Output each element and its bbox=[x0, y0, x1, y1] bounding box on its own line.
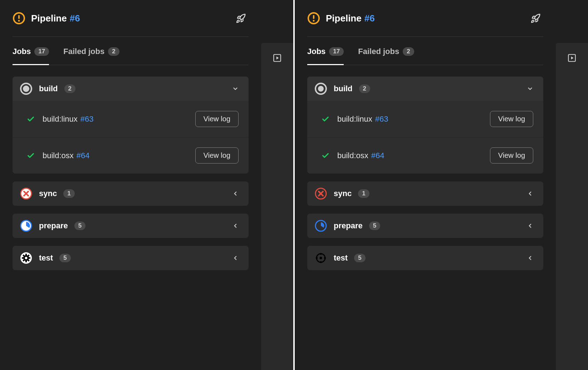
view-log-button[interactable]: View log bbox=[490, 147, 533, 164]
stage-build: build 2 build:linux #63 bbox=[13, 77, 249, 174]
stage-sync: sync 1 bbox=[307, 181, 543, 206]
view-log-button[interactable]: View log bbox=[195, 147, 239, 164]
expand-side-button[interactable] bbox=[272, 53, 282, 63]
stage-test-count: 5 bbox=[59, 254, 70, 262]
job-name: build:osx #64 bbox=[337, 151, 384, 160]
job-number[interactable]: #64 bbox=[77, 151, 90, 160]
svg-rect-30 bbox=[320, 253, 322, 255]
svg-rect-10 bbox=[25, 254, 27, 255]
stage-sync-count: 1 bbox=[63, 189, 74, 198]
chevron-left-icon bbox=[527, 255, 536, 261]
svg-point-4 bbox=[23, 86, 29, 92]
stages-list: build 2 build:linux #63 bbox=[307, 77, 543, 270]
svg-rect-11 bbox=[25, 261, 27, 262]
check-icon bbox=[27, 152, 35, 160]
svg-rect-1 bbox=[18, 15, 20, 19]
chevron-left-icon bbox=[232, 223, 241, 229]
pipeline-title-label: Pipeline bbox=[31, 13, 67, 24]
tabs-bar: Jobs 17 Failed jobs 2 bbox=[13, 37, 249, 65]
pipeline-title: Pipeline #6 bbox=[326, 13, 375, 24]
pipeline-header: Pipeline #6 bbox=[307, 11, 543, 36]
stage-build-header[interactable]: build 2 bbox=[13, 77, 249, 101]
job-row[interactable]: build:linux #63 View log bbox=[13, 101, 249, 137]
warning-icon bbox=[13, 12, 25, 25]
running-icon bbox=[314, 219, 327, 232]
stage-sync-name: sync bbox=[39, 189, 57, 198]
job-name: build:linux #63 bbox=[43, 115, 94, 124]
svg-rect-32 bbox=[316, 257, 318, 259]
tab-jobs-label: Jobs bbox=[307, 47, 325, 56]
pipeline-title-label: Pipeline bbox=[326, 13, 362, 24]
rocket-button[interactable] bbox=[234, 11, 249, 26]
stage-build-jobs: build:linux #63 View log build:osx #64 bbox=[13, 101, 249, 174]
stage-test: test 5 bbox=[13, 246, 249, 270]
panel-left: Pipeline #6 Jobs 17 Failed jobs bbox=[0, 0, 293, 370]
svg-point-22 bbox=[313, 20, 315, 22]
svg-rect-13 bbox=[29, 257, 30, 259]
check-icon bbox=[322, 115, 329, 123]
view-log-button[interactable]: View log bbox=[490, 111, 533, 127]
job-number[interactable]: #63 bbox=[80, 115, 94, 124]
job-row[interactable]: build:linux #63 View log bbox=[307, 101, 543, 137]
stage-sync-header[interactable]: sync 1 bbox=[307, 181, 543, 206]
pipeline-title-number[interactable]: #6 bbox=[70, 13, 80, 24]
stage-test-count: 5 bbox=[354, 254, 365, 262]
chevron-left-icon bbox=[527, 223, 536, 229]
job-name-text: build:linux bbox=[43, 115, 78, 124]
rocket-button[interactable] bbox=[528, 11, 543, 26]
stage-prepare-name: prepare bbox=[39, 221, 68, 230]
job-row[interactable]: build:osx #64 View log bbox=[13, 137, 249, 174]
stage-build-count: 2 bbox=[64, 84, 75, 93]
tab-jobs-count: 17 bbox=[34, 47, 49, 56]
tab-jobs[interactable]: Jobs 17 bbox=[13, 47, 49, 65]
job-name-text: build:osx bbox=[43, 151, 74, 160]
pipeline-title: Pipeline #6 bbox=[31, 13, 80, 24]
stage-prepare-count: 5 bbox=[369, 221, 380, 230]
job-name: build:linux #63 bbox=[337, 115, 388, 124]
pipeline-header: Pipeline #6 bbox=[13, 11, 249, 36]
expand-side-button[interactable] bbox=[567, 53, 577, 63]
svg-point-24 bbox=[318, 86, 324, 92]
panel-right-side bbox=[556, 43, 588, 370]
tab-jobs[interactable]: Jobs 17 bbox=[307, 47, 344, 65]
job-name-text: build:osx bbox=[337, 151, 368, 160]
svg-point-9 bbox=[25, 257, 28, 259]
chevron-down-icon bbox=[527, 86, 536, 92]
chevron-left-icon bbox=[527, 190, 536, 197]
stage-build-name: build bbox=[39, 84, 58, 93]
tabs-bar: Jobs 17 Failed jobs 2 bbox=[307, 37, 543, 65]
job-number[interactable]: #64 bbox=[371, 151, 384, 160]
stage-sync-header[interactable]: sync 1 bbox=[13, 181, 249, 206]
stage-build-name: build bbox=[334, 84, 353, 93]
gear-icon bbox=[314, 252, 327, 264]
pipeline-title-number[interactable]: #6 bbox=[364, 13, 375, 24]
stage-prepare-count: 5 bbox=[74, 221, 85, 230]
warning-icon bbox=[307, 12, 320, 25]
stage-test-header[interactable]: test 5 bbox=[13, 246, 249, 270]
job-row[interactable]: build:osx #64 View log bbox=[307, 137, 543, 174]
tab-failed-count: 2 bbox=[108, 47, 119, 56]
stage-prepare-header[interactable]: prepare 5 bbox=[307, 214, 543, 238]
stage-build-header[interactable]: build 2 bbox=[307, 77, 543, 101]
svg-rect-12 bbox=[22, 257, 24, 259]
view-log-button[interactable]: View log bbox=[195, 111, 239, 127]
tab-failed-jobs[interactable]: Failed jobs 2 bbox=[63, 47, 119, 65]
chevron-left-icon bbox=[232, 255, 241, 261]
stage-test-header[interactable]: test 5 bbox=[307, 246, 543, 270]
stage-prepare-header[interactable]: prepare 5 bbox=[13, 214, 249, 238]
svg-marker-35 bbox=[571, 57, 574, 60]
svg-rect-31 bbox=[320, 261, 322, 263]
svg-marker-19 bbox=[276, 57, 279, 60]
panel-right-main: Pipeline #6 Jobs 17 Failed jobs bbox=[295, 0, 556, 370]
svg-point-29 bbox=[320, 257, 322, 259]
job-number[interactable]: #63 bbox=[375, 115, 388, 124]
running-icon bbox=[20, 219, 33, 232]
check-icon bbox=[27, 115, 35, 123]
tab-failed-label: Failed jobs bbox=[358, 47, 399, 56]
stage-test: test 5 bbox=[307, 246, 543, 270]
tab-failed-label: Failed jobs bbox=[63, 47, 104, 56]
tab-failed-jobs[interactable]: Failed jobs 2 bbox=[358, 47, 414, 65]
pipeline-header-left: Pipeline #6 bbox=[307, 12, 375, 25]
stage-build-jobs: build:linux #63 View log build:osx #64 bbox=[307, 101, 543, 174]
panel-left-main: Pipeline #6 Jobs 17 Failed jobs bbox=[0, 0, 261, 370]
